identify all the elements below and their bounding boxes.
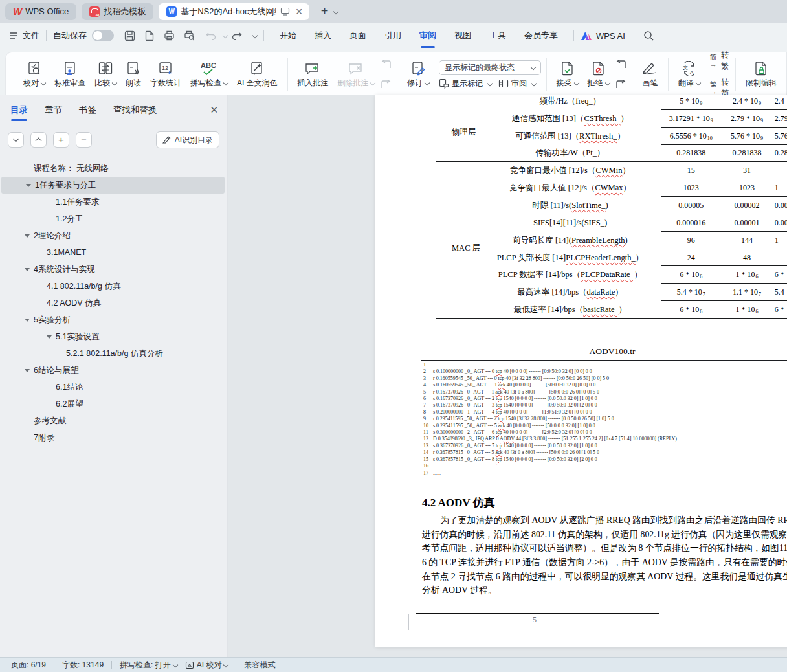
show-markup-button[interactable]: 显示标记 xyxy=(439,78,492,89)
page-indicator[interactable]: 页面: 6/19 xyxy=(11,660,46,671)
collapse-arrow-icon[interactable] xyxy=(26,184,31,190)
read-aloud-button[interactable]: 朗读 xyxy=(121,60,146,90)
save-icon[interactable] xyxy=(124,30,135,41)
collapse-all-button[interactable] xyxy=(30,132,47,148)
sidebar-tab-查找和替换[interactable]: 查找和替换 xyxy=(113,104,157,121)
menu-tab-开始[interactable]: 开始 xyxy=(271,26,305,45)
next-revision-icon[interactable] xyxy=(615,80,626,89)
sidebar-tab-章节[interactable]: 章节 xyxy=(45,104,62,121)
standard-review-button[interactable]: 标准审查 xyxy=(50,60,90,90)
track-changes-button[interactable]: 修订 xyxy=(403,60,434,90)
toc-item-label: 5.2.1 802.11a/b/g 仿真分析 xyxy=(66,348,163,359)
screen-share-icon[interactable] xyxy=(280,7,290,16)
markup-state-select[interactable]: 显示标记的最终状态 xyxy=(439,60,541,75)
menu-tab-页面[interactable]: 页面 xyxy=(340,26,375,45)
wps-ai-button[interactable]: WPS AI xyxy=(581,31,625,41)
new-tab-button[interactable]: + xyxy=(318,4,331,19)
proofread-button[interactable]: 校对 xyxy=(19,60,50,90)
close-sidebar-icon[interactable]: ✕ xyxy=(210,104,218,121)
toc-item[interactable]: 4.2 AODV 仿真 xyxy=(0,295,226,311)
search-icon[interactable] xyxy=(643,30,654,41)
toc-item-label: 5.1实验设置 xyxy=(56,331,99,342)
toc-item[interactable]: 1任务要求与分工 xyxy=(1,177,225,194)
translate-button[interactable]: 文A 翻译 xyxy=(674,60,705,90)
code-line: 17...... xyxy=(423,470,787,476)
ai-recognize-toc-button[interactable]: AI识别目录 xyxy=(156,131,219,148)
compatibility-mode-badge[interactable]: 兼容模式 xyxy=(244,660,275,671)
tab-current-document[interactable]: W 基于NS2的Ad-hoc无线网络A ✕ xyxy=(159,3,309,20)
restrict-edit-icon xyxy=(754,61,768,76)
sidebar-tab-书签[interactable]: 书签 xyxy=(79,104,96,121)
word-count-indicator[interactable]: 字数: 13149 xyxy=(62,660,104,671)
toc-item[interactable]: 4系统设计与实现 xyxy=(0,261,226,278)
accept-revision-button[interactable]: 接受 xyxy=(552,60,583,90)
ai-polish-button[interactable]: AI 全文润色 xyxy=(232,60,282,90)
collapse-arrow-icon[interactable] xyxy=(47,335,52,341)
menu-tab-会员专享[interactable]: 会员专享 xyxy=(515,26,567,45)
toc-item[interactable]: 5.1实验设置 xyxy=(0,328,226,345)
word-count-button[interactable]: 12 字数统计 xyxy=(146,60,186,90)
file-menu[interactable]: 文件 xyxy=(23,30,39,41)
code-line: 4s 0.160559545 _50_ AGT --- 1 ack 40 [0 … xyxy=(423,382,787,388)
spell-check-button[interactable]: ABC 拼写检查 xyxy=(186,60,232,90)
toc-item[interactable]: 参考文献 xyxy=(0,412,226,429)
pen-icon xyxy=(641,61,658,76)
menu-tab-工具[interactable]: 工具 xyxy=(480,26,515,45)
autosave-toggle[interactable] xyxy=(92,30,114,41)
parameter-name: 频带/Hz（freq_） xyxy=(421,96,660,107)
toc-item[interactable]: 6结论与展望 xyxy=(0,362,226,379)
toc-item[interactable]: 课程名称： 无线网络 xyxy=(0,160,226,177)
tab-list-chevron-icon[interactable] xyxy=(333,8,338,14)
toc-item[interactable]: 4.1 802.11a/b/g 仿真 xyxy=(0,278,226,295)
toc-item[interactable]: 2理论介绍 xyxy=(0,227,226,244)
tab-label: WPS Office xyxy=(25,6,69,16)
collapse-arrow-icon[interactable] xyxy=(25,369,30,375)
toc-item[interactable]: 7附录 xyxy=(0,429,226,446)
redo-icon[interactable] xyxy=(232,31,242,40)
toc-item[interactable]: 5.2.1 802.11a/b/g 仿真分析 xyxy=(0,345,226,362)
previous-revision-icon[interactable] xyxy=(615,60,626,69)
toc-item[interactable]: 6.1结论 xyxy=(0,379,226,396)
parameter-value: 0.00002 xyxy=(722,201,771,210)
restrict-edit-button[interactable]: 限制编辑 xyxy=(741,60,781,90)
ai-proofread-status[interactable]: AI 校对 xyxy=(185,660,228,671)
toc-item[interactable]: 3.1MANET xyxy=(0,244,226,261)
tab-docer-templates[interactable]: 找稻壳模板 xyxy=(82,3,153,20)
print-icon[interactable] xyxy=(164,30,175,41)
collapse-arrow-icon[interactable] xyxy=(25,268,30,274)
quick-access-chevron-icon[interactable] xyxy=(252,33,258,38)
menu-tab-审阅[interactable]: 审阅 xyxy=(410,26,445,45)
to-traditional-button[interactable]: 简→ 转繁 xyxy=(710,50,731,72)
sidebar-tab-目录[interactable]: 目录 xyxy=(10,104,28,121)
collapse-arrow-icon[interactable] xyxy=(25,234,30,240)
print-preview-icon[interactable] xyxy=(184,30,195,41)
toc-item[interactable]: 1.1任务要求 xyxy=(0,194,226,210)
markup-state-value: 显示标记的最终状态 xyxy=(445,62,515,73)
table-row: 时隙 [11]/s(SlotTime_)0.000050.000020.00 xyxy=(421,197,787,214)
insert-comment-button[interactable]: 插入批注 xyxy=(293,60,333,90)
tab-wps-office-home[interactable]: W WPS Office xyxy=(5,3,76,20)
toc-item[interactable]: 6.2展望 xyxy=(0,396,226,412)
toc-item[interactable]: 1.2分工 xyxy=(0,210,226,227)
compare-button[interactable]: 比较 xyxy=(90,60,121,90)
spell-check-status[interactable]: 拼写检查: 打开 xyxy=(120,660,177,671)
hamburger-menu-icon[interactable] xyxy=(9,32,18,39)
toc-item[interactable]: 5实验分析 xyxy=(0,311,226,328)
document-page[interactable]: 物理层 MAC 层 频带/Hz（freq_）5 * 1092.4 * 1092.… xyxy=(375,95,787,647)
menu-tab-引用[interactable]: 引用 xyxy=(375,26,410,45)
comment-nav-stack xyxy=(381,60,392,89)
zoom-out-toc-button[interactable]: − xyxy=(76,132,92,148)
document-area: 物理层 MAC 层 频带/Hz（freq_）5 * 1092.4 * 1092.… xyxy=(228,95,787,657)
parameter-value: 48 xyxy=(722,253,771,263)
reject-revision-button[interactable]: 拒绝 xyxy=(583,60,614,90)
close-tab-icon[interactable]: ✕ xyxy=(294,6,304,17)
expand-all-button[interactable] xyxy=(8,132,24,148)
review-panel-button[interactable]: 审阅 xyxy=(498,78,536,89)
menu-tab-视图[interactable]: 视图 xyxy=(445,26,480,45)
pen-button[interactable]: 画笔 xyxy=(637,60,663,90)
zoom-in-toc-button[interactable]: + xyxy=(53,132,69,148)
export-pdf-icon[interactable] xyxy=(144,30,155,41)
collapse-arrow-icon[interactable] xyxy=(25,319,30,324)
menu-tab-插入[interactable]: 插入 xyxy=(305,26,340,45)
parameter-value: 0.00 xyxy=(772,201,787,210)
